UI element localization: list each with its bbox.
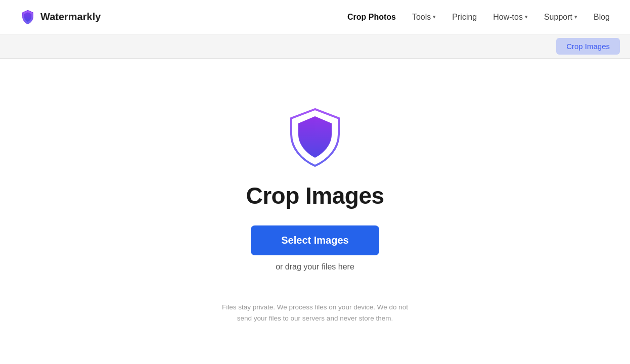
page-title: Crop Images	[246, 182, 384, 209]
drag-drop-text: or drag your files here	[276, 262, 354, 271]
nav-item-tools[interactable]: Tools ▾	[412, 13, 436, 22]
nav-item-blog[interactable]: Blog	[594, 13, 610, 22]
select-images-button[interactable]: Select Images	[251, 225, 379, 255]
how-tos-chevron-icon: ▾	[525, 14, 528, 20]
logo-text: Watermarkly	[40, 11, 101, 23]
support-chevron-icon: ▾	[574, 14, 577, 20]
tools-chevron-icon: ▾	[433, 14, 436, 20]
logo-area[interactable]: Watermarkly	[20, 10, 101, 25]
main-shield-icon	[287, 107, 343, 168]
crop-images-header-button[interactable]: Crop Images	[556, 38, 620, 55]
shield-icon-container	[287, 107, 343, 170]
main-content: Crop Images Select Images or drag your f…	[0, 59, 630, 362]
privacy-text: Files stay private. We process files on …	[219, 302, 411, 324]
main-nav: Crop Photos Tools ▾ Pricing How-tos ▾ Su…	[347, 13, 610, 22]
logo-shield-icon	[20, 10, 35, 25]
nav-item-how-tos[interactable]: How-tos ▾	[493, 13, 528, 22]
main-header: Watermarkly Crop Photos Tools ▾ Pricing …	[0, 0, 630, 34]
nav-item-support[interactable]: Support ▾	[544, 13, 577, 22]
nav-item-crop-photos[interactable]: Crop Photos	[347, 13, 396, 22]
nav-item-pricing[interactable]: Pricing	[452, 13, 477, 22]
sub-header: Crop Images	[0, 34, 630, 59]
